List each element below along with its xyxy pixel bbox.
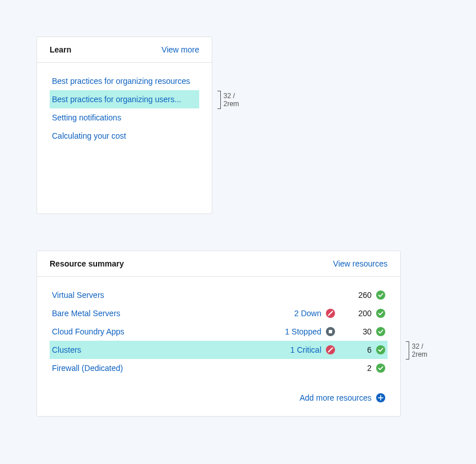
learn-card-header: Learn View more bbox=[37, 37, 212, 63]
learn-title: Learn bbox=[50, 45, 71, 54]
dimension-label: 32 / 2rem bbox=[412, 342, 429, 358]
resource-summary-card: Resource summary View resources Virtual … bbox=[37, 251, 401, 417]
resource-name-link[interactable]: Clusters bbox=[52, 345, 81, 354]
critical-icon bbox=[326, 345, 335, 354]
resource-title: Resource summary bbox=[50, 259, 124, 268]
resource-list: Virtual Servers260Bare Metal Servers2 Do… bbox=[37, 277, 400, 382]
resource-row: Clusters1 Critical6 bbox=[50, 341, 388, 359]
resource-count: 2 bbox=[356, 364, 372, 373]
status-icon-empty bbox=[326, 364, 335, 373]
svg-point-0 bbox=[376, 290, 385, 300]
svg-point-3 bbox=[376, 309, 385, 318]
status-label[interactable]: 2 Down bbox=[295, 309, 321, 318]
checkmark-circle-icon bbox=[376, 327, 385, 336]
checkmark-circle-icon bbox=[376, 345, 385, 354]
svg-point-6 bbox=[376, 327, 385, 336]
resource-name-link[interactable]: Firewall (Dedicated) bbox=[52, 364, 123, 373]
resource-row: Firewall (Dedicated)2 bbox=[50, 359, 388, 377]
dimension-annotation: 32 / 2rem bbox=[217, 91, 241, 109]
critical-icon bbox=[326, 309, 335, 318]
learn-list: Best practices for organizing resourcesB… bbox=[37, 63, 212, 213]
resource-count: 260 bbox=[356, 290, 372, 300]
plus-circle-icon bbox=[376, 393, 385, 402]
svg-point-10 bbox=[376, 364, 385, 373]
view-more-link[interactable]: View more bbox=[162, 45, 199, 54]
resource-name-link[interactable]: Cloud Foundry Apps bbox=[52, 327, 124, 336]
stopped-icon bbox=[326, 327, 335, 336]
resource-card-header: Resource summary View resources bbox=[37, 251, 400, 277]
resource-count: 200 bbox=[356, 309, 372, 318]
learn-item[interactable]: Best practices for organizing users... bbox=[50, 90, 199, 108]
add-more-resources-button[interactable]: Add more resources bbox=[37, 382, 400, 416]
add-more-label: Add more resources bbox=[300, 393, 372, 402]
learn-item[interactable]: Setting notifications bbox=[50, 108, 199, 127]
dimension-annotation: 32 / 2rem bbox=[406, 341, 429, 360]
resource-name-link[interactable]: Bare Metal Servers bbox=[52, 309, 120, 318]
checkmark-circle-icon bbox=[376, 364, 385, 373]
bracket-icon bbox=[406, 341, 409, 360]
resource-row: Cloud Foundry Apps1 Stopped30 bbox=[50, 322, 388, 341]
bracket-icon bbox=[217, 91, 221, 109]
resource-row: Bare Metal Servers2 Down200 bbox=[50, 304, 388, 322]
checkmark-circle-icon bbox=[376, 290, 385, 300]
status-label[interactable]: 1 Critical bbox=[291, 345, 321, 354]
learn-card: Learn View more Best practices for organ… bbox=[37, 37, 212, 214]
learn-item[interactable]: Best practices for organizing resources bbox=[50, 72, 199, 90]
resource-name-link[interactable]: Virtual Servers bbox=[52, 290, 104, 300]
learn-item[interactable]: Calculating your cost bbox=[50, 127, 199, 145]
view-resources-link[interactable]: View resources bbox=[333, 259, 388, 268]
status-icon-empty bbox=[326, 290, 335, 300]
dimension-label: 32 / 2rem bbox=[223, 92, 241, 108]
checkmark-circle-icon bbox=[376, 309, 385, 318]
status-label[interactable]: 1 Stopped bbox=[285, 327, 321, 336]
svg-rect-5 bbox=[329, 330, 332, 333]
resource-row: Virtual Servers260 bbox=[50, 286, 388, 304]
resource-count: 6 bbox=[356, 345, 372, 354]
resource-count: 30 bbox=[356, 327, 372, 336]
svg-point-9 bbox=[376, 345, 385, 354]
